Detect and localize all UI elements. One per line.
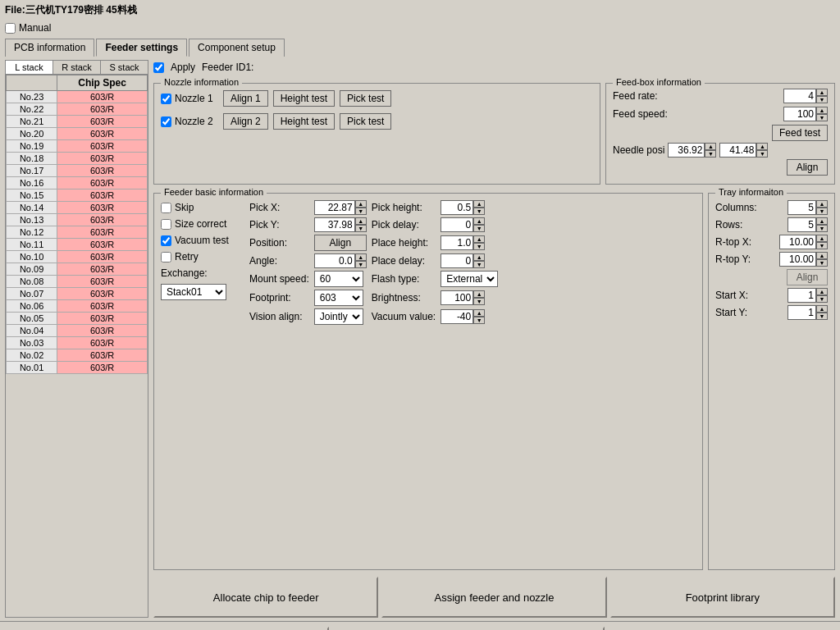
tab-pcb[interactable]: PCB information [5,39,94,57]
feed-rate-up[interactable]: ▲ [816,89,828,96]
pick-x-up[interactable]: ▲ [355,200,367,208]
needle-val1-spinbox[interactable]: ▲ ▼ [668,143,716,158]
apply-checkbox[interactable] [153,62,164,73]
mount-speed-select[interactable]: 60 [314,271,363,287]
place-delay-up[interactable]: ▲ [473,253,485,261]
brightness-down[interactable]: ▼ [473,298,485,305]
place-height-input[interactable] [441,235,473,250]
pick-delay-spinbox[interactable]: ▲▼ [441,217,498,232]
needle-val1-up[interactable]: ▲ [705,143,716,150]
nozzle1-height-btn[interactable]: Height test [273,90,335,107]
manual-checkbox[interactable] [5,23,16,34]
stack-tab-L[interactable]: L stack [6,61,53,74]
table-row[interactable]: No.21603/R [7,116,148,128]
table-row[interactable]: No.19603/R [7,140,148,153]
table-row[interactable]: No.14603/R [7,202,148,214]
pick-height-down[interactable]: ▼ [473,208,485,215]
skip-checkbox[interactable] [161,203,171,213]
tab-feeder[interactable]: Feeder settings [96,39,187,57]
feed-rate-input[interactable] [783,89,816,103]
vacuum-value-up[interactable]: ▲ [473,309,485,317]
place-delay-spinbox[interactable]: ▲▼ [441,253,498,268]
pick-delay-down[interactable]: ▼ [473,225,485,232]
angle-spinbox[interactable]: ▲▼ [314,253,367,268]
table-row[interactable]: No.20603/R [7,128,148,140]
tray-columns-down[interactable]: ▼ [816,208,828,215]
place-delay-input[interactable] [441,253,473,268]
table-row[interactable]: No.17603/R [7,165,148,177]
nozzle2-pick-btn[interactable]: Pick test [340,113,391,130]
tray-rtop-x-up[interactable]: ▲ [816,235,828,242]
nozzle2-align-btn[interactable]: Align 2 [223,113,268,130]
tray-start-x-spinbox[interactable]: ▲▼ [788,288,828,303]
feed-speed-input[interactable] [783,107,816,121]
tray-rtop-y-spinbox[interactable]: ▲▼ [779,252,828,267]
tray-start-x-input[interactable] [788,288,816,303]
vacuum-value-spinbox[interactable]: ▲▼ [441,309,498,324]
tray-columns-input[interactable] [788,200,816,215]
feed-rate-spinbox[interactable]: ▲ ▼ [783,89,828,103]
table-row[interactable]: No.08603/R [7,276,148,288]
angle-input[interactable] [314,253,355,268]
feed-speed-up[interactable]: ▲ [816,107,828,114]
pick-x-spinbox[interactable]: ▲▼ [314,200,367,215]
nozzle1-align-btn[interactable]: Align 1 [223,90,268,107]
stack-tab-S[interactable]: S stack [101,61,148,74]
tray-start-y-up[interactable]: ▲ [816,305,828,313]
table-row[interactable]: No.10603/R [7,251,148,263]
size-correct-checkbox[interactable] [161,219,171,230]
table-row[interactable]: No.03603/R [7,337,148,349]
footprint-select[interactable]: 603 [314,290,363,306]
tray-rtop-x-down[interactable]: ▼ [816,242,828,249]
exchange-select[interactable]: Stack01 [161,284,226,300]
pick-height-input[interactable] [441,200,473,215]
tray-rtop-y-down[interactable]: ▼ [816,259,828,267]
save-btn[interactable]: Save [235,627,329,630]
place-height-spinbox[interactable]: ▲▼ [441,235,498,250]
position-align-btn[interactable]: Align [314,235,367,251]
tray-columns-up[interactable]: ▲ [816,200,828,208]
pick-height-up[interactable]: ▲ [473,200,485,208]
stack-tab-R[interactable]: R stack [53,61,101,74]
tray-rtop-x-input[interactable] [779,235,816,249]
nozzle1-pick-btn[interactable]: Pick test [340,90,391,107]
nozzle1-checkbox[interactable] [161,94,171,104]
tray-start-x-up[interactable]: ▲ [816,288,828,295]
tray-rows-spinbox[interactable]: ▲▼ [788,217,828,232]
table-row[interactable]: No.18603/R [7,153,148,165]
brightness-up[interactable]: ▲ [473,290,485,298]
table-row[interactable]: No.15603/R [7,189,148,202]
tray-rows-down[interactable]: ▼ [816,225,828,232]
nozzle2-checkbox[interactable] [161,116,171,127]
pick-delay-up[interactable]: ▲ [473,217,485,225]
table-row[interactable]: No.22603/R [7,103,148,116]
needle-val1-input[interactable] [668,143,705,158]
feed-rate-down[interactable]: ▼ [816,96,828,103]
tray-rtop-x-spinbox[interactable]: ▲▼ [779,235,828,249]
table-row[interactable]: No.07603/R [7,288,148,300]
tray-columns-spinbox[interactable]: ▲▼ [788,200,828,215]
pick-y-up[interactable]: ▲ [355,217,367,225]
angle-up[interactable]: ▲ [355,253,367,261]
table-row[interactable]: No.01603/R [7,362,148,374]
table-row[interactable]: No.09603/R [7,263,148,276]
nozzle2-height-btn[interactable]: Height test [273,113,335,130]
feed-test-btn[interactable]: Feed test [772,125,828,141]
place-delay-down[interactable]: ▼ [473,261,485,268]
allocate-btn[interactable]: Allocate chip to feeder [153,577,378,618]
tray-start-y-spinbox[interactable]: ▲▼ [788,305,828,320]
tray-start-y-input[interactable] [788,305,816,320]
tray-rtop-y-input[interactable] [779,252,816,267]
flash-type-select[interactable]: External [441,271,498,287]
angle-down[interactable]: ▼ [355,261,367,268]
brightness-input[interactable] [441,290,473,305]
pick-delay-input[interactable] [441,217,473,232]
vacuum-value-down[interactable]: ▼ [473,317,485,324]
pick-x-input[interactable] [314,200,355,215]
tray-align-btn[interactable]: Align [787,269,828,285]
brightness-spinbox[interactable]: ▲▼ [441,290,498,305]
tab-component[interactable]: Component setup [189,39,285,57]
needle-val2-down[interactable]: ▼ [756,150,768,158]
needle-val1-down[interactable]: ▼ [705,150,716,158]
table-row[interactable]: No.06603/R [7,300,148,313]
